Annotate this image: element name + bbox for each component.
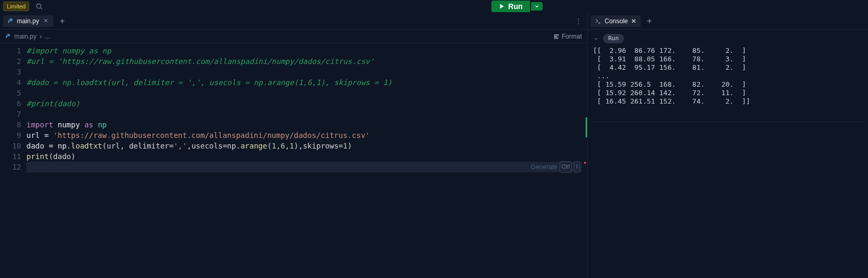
run-dropdown[interactable] bbox=[531, 2, 543, 11]
run-label: Run bbox=[508, 2, 523, 11]
editor-pane: main.py ✕ + ⋮ main.py › ... Format 1 2 3 bbox=[0, 13, 588, 278]
console-icon bbox=[595, 18, 601, 24]
tab-main-py[interactable]: main.py ✕ bbox=[3, 15, 53, 27]
console-tabbar: Console ✕ + bbox=[588, 13, 868, 30]
tab-filename: main.py bbox=[17, 17, 39, 25]
format-icon bbox=[553, 33, 560, 40]
breadcrumb-sep: › bbox=[40, 33, 42, 40]
python-icon bbox=[7, 18, 14, 24]
minimap[interactable] bbox=[582, 43, 587, 278]
svg-rect-5 bbox=[554, 38, 558, 39]
line-gutter: 1 2 3 4 5 6 7 8 9 10 11 12 bbox=[0, 43, 26, 278]
code-editor[interactable]: 1 2 3 4 5 6 7 8 9 10 11 12 #import numpy… bbox=[0, 43, 587, 278]
svg-marker-2 bbox=[500, 4, 504, 9]
svg-rect-4 bbox=[554, 36, 557, 37]
play-icon bbox=[499, 3, 505, 10]
breadcrumb-ellipsis[interactable]: ... bbox=[45, 33, 50, 40]
limited-badge[interactable]: Limited bbox=[3, 2, 29, 11]
python-icon bbox=[5, 33, 11, 39]
code-area[interactable]: #import numpy as np #url = 'https://raw.… bbox=[26, 43, 587, 278]
tab-console[interactable]: Console ✕ bbox=[591, 15, 641, 27]
console-output: [[ 2.96 86.76 172. 85. 2. ] [ 3.91 88.05… bbox=[593, 47, 863, 122]
generate-hint[interactable]: Generate Ctrl I bbox=[531, 162, 580, 172]
kebab-menu-icon[interactable]: ⋮ bbox=[575, 17, 582, 25]
key-ctrl: Ctrl bbox=[560, 161, 572, 173]
svg-line-1 bbox=[41, 8, 42, 10]
svg-point-0 bbox=[37, 4, 41, 8]
add-tab-button[interactable]: + bbox=[644, 16, 655, 26]
run-button[interactable]: Run bbox=[491, 1, 530, 12]
search-icon[interactable] bbox=[35, 3, 43, 10]
console-body[interactable]: Run [[ 2.96 86.76 172. 85. 2. ] [ 3.91 8… bbox=[588, 30, 868, 126]
format-label: Format bbox=[562, 33, 582, 40]
breadcrumb-file[interactable]: main.py bbox=[14, 33, 36, 40]
close-icon[interactable]: ✕ bbox=[42, 17, 49, 24]
editor-tabbar: main.py ✕ + ⋮ bbox=[0, 13, 587, 30]
console-tab-label: Console bbox=[605, 17, 628, 25]
key-i: I bbox=[574, 161, 580, 173]
topbar: Limited Run bbox=[0, 0, 868, 13]
console-pane: Console ✕ + Run [[ 2.96 86.76 172. 85. 2… bbox=[588, 13, 868, 278]
run-chip: Run bbox=[603, 34, 624, 43]
console-run-header[interactable]: Run bbox=[593, 34, 863, 43]
close-icon[interactable]: ✕ bbox=[631, 17, 636, 25]
svg-rect-3 bbox=[554, 34, 559, 35]
format-button[interactable]: Format bbox=[553, 33, 582, 40]
add-tab-button[interactable]: + bbox=[57, 16, 68, 26]
breadcrumb: main.py › ... Format bbox=[0, 30, 587, 43]
chevron-down-icon bbox=[593, 36, 599, 42]
chevron-down-icon bbox=[534, 4, 540, 9]
